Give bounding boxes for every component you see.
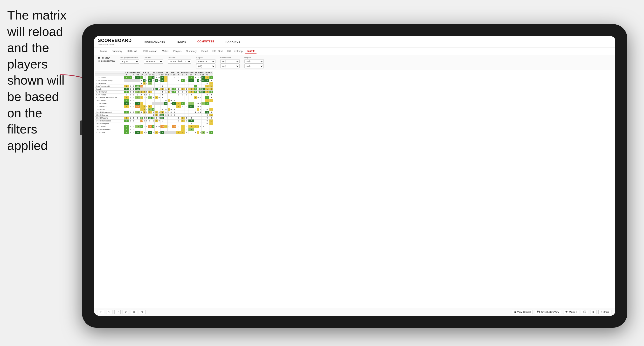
matrix-cell <box>181 122 184 125</box>
compact-view-radio[interactable] <box>98 60 100 62</box>
matrix-cell: 0 <box>199 105 201 108</box>
full-view-option[interactable]: Full View <box>98 57 115 59</box>
refresh-button[interactable]: ⟳ <box>122 310 129 314</box>
matrix-cell: 1 <box>140 105 143 108</box>
gender-select[interactable]: Women's <box>144 59 163 64</box>
players-select2[interactable]: (All) <box>244 64 264 68</box>
matrix-cell: 2 <box>194 125 197 128</box>
settings-button[interactable]: ⚙ <box>139 310 146 314</box>
matrix-cell: 11 <box>148 117 152 120</box>
matrix-cell <box>164 128 168 131</box>
grid-button[interactable]: ⊞ <box>590 310 596 314</box>
sub-nav-matrix2[interactable]: Matrix <box>246 49 256 53</box>
sub-nav-h2h-grid2[interactable]: H2H Grid <box>210 49 224 53</box>
nav-committee[interactable]: COMMITTEE <box>196 39 216 44</box>
table-row: 15. H Stranda02011010001 <box>95 114 213 117</box>
sub-nav-summary1[interactable]: Summary <box>110 49 124 53</box>
sub-nav-teams[interactable]: Teams <box>98 49 109 53</box>
matrix-cell <box>176 122 181 125</box>
matrix-cell: 0 <box>152 88 155 91</box>
sub-nav-players[interactable]: Players <box>172 49 184 53</box>
matrix-cell <box>172 96 176 99</box>
matrix-cell: 1 <box>168 125 170 128</box>
division-select[interactable]: NCAA Division II <box>168 59 191 64</box>
matrix-cell <box>194 82 197 85</box>
nav-tournaments[interactable]: TOURNAMENTS <box>142 39 167 44</box>
zoom-button[interactable]: ⊞ <box>131 310 137 314</box>
tablet-side-button <box>80 121 82 135</box>
logo-sub: Powered by clippd <box>98 43 132 45</box>
view-original-button[interactable]: ◉ View: Original <box>512 310 533 314</box>
back-button[interactable]: ↩ <box>114 310 121 314</box>
matrix-cell <box>197 99 199 102</box>
region-select2[interactable]: (All) <box>196 64 216 68</box>
matrix-cell: 0 <box>197 111 199 114</box>
matrix-cell: 0 <box>146 79 148 82</box>
table-row: 13. N Klug110-2330100020101 <box>95 108 213 111</box>
matrix-cell: 0 <box>146 117 148 120</box>
sub-nav-detail[interactable]: Detail <box>200 49 210 53</box>
sub-h-w2: W <box>140 74 143 76</box>
nav-rankings[interactable]: RANKINGS <box>224 39 242 44</box>
matrix-cell: 10 <box>124 102 129 105</box>
matrix-cell: 0 <box>132 120 135 122</box>
compact-view-option[interactable]: Compact View <box>98 60 115 62</box>
sub-nav-h2h-grid1[interactable]: H2H Grid <box>125 49 139 53</box>
table-row: 14. S Srichantamit3101601051204010510100 <box>95 111 213 114</box>
sub-nav-h2h-heatmap1[interactable]: H2H Heatmap <box>140 49 159 53</box>
matrix-cell <box>128 122 132 125</box>
matrix-cell <box>143 88 146 91</box>
comment-button[interactable]: 💬 <box>581 310 588 314</box>
matrix-cell <box>210 105 213 108</box>
players-select1[interactable]: (All) <box>244 59 264 64</box>
matrix-cell: 9 <box>135 96 140 99</box>
matrix-cell <box>140 122 143 125</box>
watch-button[interactable]: 👁 Watch ▾ <box>563 310 579 314</box>
col-header-schumac: 23. L Marie Schumac <box>176 71 194 74</box>
nav-teams[interactable]: TEAMS <box>174 39 188 44</box>
matrix-cell: -1 <box>140 85 143 88</box>
matrix-cell: 24 <box>202 88 205 91</box>
matrix-cell: 4 <box>188 125 194 128</box>
matrix-cell: 1 <box>152 120 155 122</box>
matrix-cell: 4 <box>181 102 184 105</box>
matrix-cell: 2 <box>172 99 176 102</box>
matrix-cell: 1 <box>132 93 135 96</box>
region-select1[interactable]: East - DII <box>196 59 216 64</box>
redo-button[interactable]: ↪ <box>106 310 112 314</box>
matrix-cell: 0 <box>160 85 164 88</box>
matrix-cell: 2 <box>140 131 143 134</box>
matrix-cell <box>188 114 194 117</box>
matrix-cell: 4 <box>160 111 164 114</box>
matrix-cell <box>188 96 194 99</box>
matrix-cell: 0 <box>184 105 188 108</box>
full-view-radio[interactable] <box>98 57 100 59</box>
sub-nav-h2h-heatmap2[interactable]: H2H Heatmap <box>225 49 244 53</box>
matrix-cell: 1 <box>205 96 209 99</box>
matrix-cell: 0 <box>132 105 135 108</box>
sub-nav-summary2[interactable]: Summary <box>184 49 198 53</box>
conference-select2[interactable]: (All) <box>220 64 240 68</box>
table-row: 21. O Stoll410332101411010221110903 <box>95 131 213 134</box>
matrix-cell: 0 <box>140 82 143 85</box>
conference-select1[interactable]: (All) <box>220 59 240 64</box>
matrix-cell <box>135 99 140 102</box>
matrix-cell: 0 <box>176 117 181 120</box>
matrix-cell: 2 <box>176 131 181 134</box>
player-name-cell: 8. M Torres <box>95 93 124 96</box>
matrix-cell: 0 <box>164 111 168 114</box>
save-custom-view-button[interactable]: 💾 Save Custom View <box>535 310 561 314</box>
tablet-frame: SCOREBOARD Powered by clippd TOURNAMENTS… <box>82 24 627 328</box>
table-row: 2. M Kelly Mulcahy0704011005011403506046… <box>95 79 213 82</box>
matrix-cell <box>140 88 143 91</box>
matrix-cell <box>184 99 188 102</box>
share-button[interactable]: ↗ Share <box>598 310 612 314</box>
undo-button[interactable]: ↩ <box>98 310 104 314</box>
matrix-cell: 7 <box>188 120 194 122</box>
matrix-cell: 0 <box>170 99 172 102</box>
max-players-filter: Max players in view Top 25 <box>120 57 139 64</box>
max-players-select[interactable]: Top 25 <box>120 59 139 64</box>
sub-h-l1: L <box>128 74 132 76</box>
matrix-area[interactable]: 2. M Kelly Mulcahy 6. A Dy 11. G Woods 2… <box>94 70 615 308</box>
sub-nav-matrix1[interactable]: Matrix <box>160 49 170 53</box>
